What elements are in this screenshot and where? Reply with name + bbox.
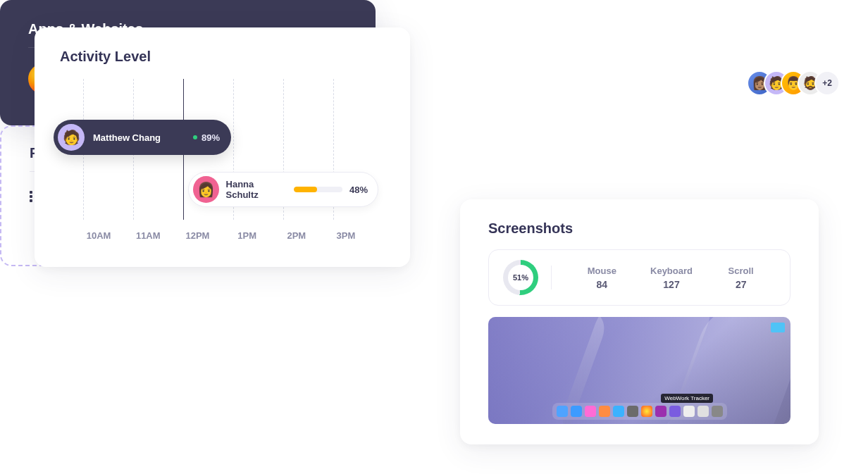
stat-label: Mouse bbox=[567, 266, 637, 276]
divider bbox=[551, 266, 552, 289]
dock-app-icon bbox=[599, 406, 610, 417]
entry-name: Hanna Schultz bbox=[226, 179, 287, 200]
time-axis: 10AM 11AM 12PM 1PM 2PM 3PM bbox=[60, 230, 385, 241]
dock-app-icon bbox=[712, 406, 723, 417]
activity-level-card: Activity Level 🧑 Matthew Chang 89% 👩 Han… bbox=[35, 27, 410, 267]
activity-entry-matthew[interactable]: 🧑 Matthew Chang 89% bbox=[54, 120, 231, 155]
time-label: 10AM bbox=[74, 230, 123, 241]
stat-mouse: Mouse 84 bbox=[567, 266, 637, 290]
time-label: 3PM bbox=[321, 230, 371, 241]
stat-value: 27 bbox=[706, 279, 776, 290]
notification-icon bbox=[771, 323, 785, 332]
activity-title: Activity Level bbox=[60, 49, 385, 65]
screenshot-stats: 51% Mouse 84 Keyboard 127 Scroll 27 bbox=[488, 249, 790, 306]
time-label: 2PM bbox=[272, 230, 321, 241]
stat-label: Scroll bbox=[706, 266, 776, 276]
ring-percent: 51% bbox=[513, 273, 528, 282]
screenshot-thumbnail[interactable]: WebWork Tracker bbox=[488, 317, 790, 424]
dock-tooltip: WebWork Tracker bbox=[661, 394, 713, 403]
stat-value: 127 bbox=[637, 279, 707, 290]
macos-dock bbox=[552, 403, 727, 420]
dock-app-icon bbox=[627, 406, 638, 417]
dock-app-icon bbox=[585, 406, 596, 417]
time-label: 1PM bbox=[223, 230, 272, 241]
stat-value: 84 bbox=[567, 279, 637, 290]
activity-ring: 51% bbox=[503, 260, 538, 295]
entry-percent: 89% bbox=[202, 132, 220, 143]
dock-app-icon bbox=[557, 406, 568, 417]
entry-name: Matthew Chang bbox=[93, 132, 193, 143]
dock-app-icon bbox=[669, 406, 681, 417]
progress-bar bbox=[294, 187, 342, 192]
activity-timeline: 🧑 Matthew Chang 89% 👩 Hanna Schultz 48% … bbox=[60, 79, 385, 241]
activity-entry-hanna[interactable]: 👩 Hanna Schultz 48% bbox=[188, 172, 378, 207]
avatar-more-count[interactable]: +2 bbox=[814, 70, 840, 96]
dock-app-icon bbox=[613, 406, 624, 417]
dock-app-icon bbox=[683, 406, 695, 417]
dock-app-icon bbox=[641, 406, 652, 417]
avatar-icon: 👩 bbox=[193, 176, 219, 203]
stat-keyboard: Keyboard 127 bbox=[637, 266, 707, 290]
time-label: 12PM bbox=[173, 230, 222, 241]
entry-percent: 48% bbox=[349, 185, 368, 195]
stat-scroll: Scroll 27 bbox=[706, 266, 776, 290]
stat-label: Keyboard bbox=[637, 266, 707, 276]
screenshots-title: Screenshots bbox=[488, 220, 790, 237]
avatar-icon: 🧑 bbox=[58, 124, 85, 151]
dock-app-icon bbox=[698, 406, 709, 417]
dock-app-icon bbox=[655, 406, 666, 417]
project-members[interactable]: 👩🏽 🧑 👨 🧔 +2 bbox=[747, 70, 840, 96]
status-dot-icon bbox=[193, 135, 197, 139]
dock-app-icon bbox=[571, 406, 582, 417]
screenshots-card: Screenshots 51% Mouse 84 Keyboard 127 Sc… bbox=[460, 199, 819, 444]
time-label: 11AM bbox=[123, 230, 173, 241]
